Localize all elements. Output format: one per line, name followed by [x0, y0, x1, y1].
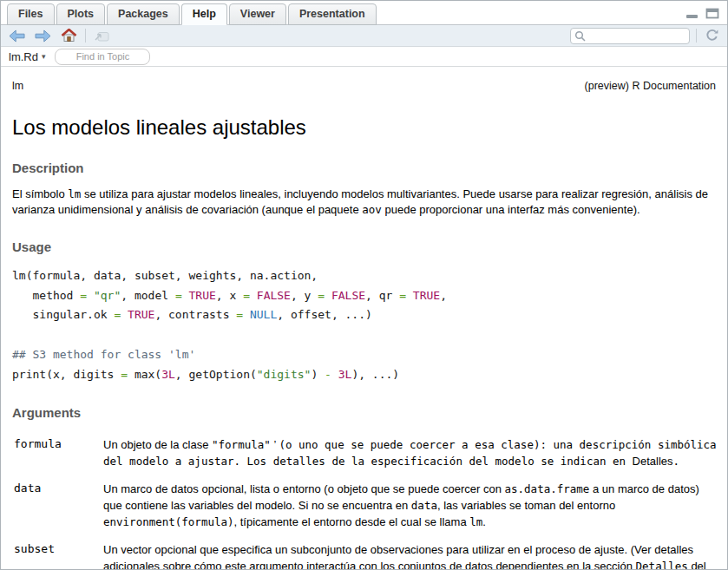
popout-button[interactable] — [92, 29, 112, 43]
help-toolbar — [1, 25, 727, 47]
usage-code-line: ## S3 method for class 'lm' — [12, 345, 716, 365]
topic-selector-label: lm.Rd — [9, 50, 38, 63]
search-input[interactable] — [570, 28, 690, 44]
tab-strip: FilesPlotsPackagesHelpViewerPresentation — [6, 1, 377, 24]
usage-heading: Usage — [12, 239, 716, 254]
tab-packages[interactable]: Packages — [107, 3, 180, 25]
description-paragraph: El símbolo lm se utiliza para ajustar mo… — [12, 187, 716, 219]
arguments-table: formulaUn objeto de la clase "formula" ’… — [14, 432, 718, 569]
help-content: lm (preview) R Documentation Los modelos… — [1, 67, 727, 569]
minimize-pane-button[interactable] — [685, 8, 699, 19]
page-title: Los modelos lineales ajustables — [12, 115, 716, 140]
description-heading: Description — [12, 161, 716, 175]
arguments-heading: Arguments — [12, 405, 716, 420]
help-search — [570, 27, 690, 44]
search-icon — [574, 29, 586, 45]
doc-topic-name: lm — [12, 80, 23, 92]
doc-meta-right: (preview) R Documentation — [585, 80, 716, 92]
argument-term: subset — [14, 537, 103, 569]
toolbar-separator — [85, 29, 86, 43]
usage-code-line: print(x, digits = max(3L, getOption("dig… — [12, 365, 716, 385]
home-button[interactable] — [59, 28, 79, 43]
topic-bar: lm.Rd ▾ — [1, 47, 727, 67]
tab-presentation[interactable]: Presentation — [288, 3, 377, 25]
maximize-pane-button[interactable] — [705, 7, 720, 19]
argument-description: Un vector opcional que especifica un sub… — [103, 537, 718, 569]
tab-viewer[interactable]: Viewer — [229, 3, 286, 25]
back-button[interactable] — [7, 29, 27, 43]
argument-row: dataUn marco de datos opcional, lista o … — [14, 476, 718, 537]
argument-row: formulaUn objeto de la clase "formula" ’… — [14, 432, 718, 476]
toolbar-right — [570, 27, 721, 44]
chevron-down-icon: ▾ — [42, 53, 46, 61]
tab-plots[interactable]: Plots — [56, 3, 106, 25]
argument-description: Un marco de datos opcional, lista o ento… — [103, 476, 718, 537]
topic-selector[interactable]: lm.Rd ▾ — [9, 50, 45, 63]
argument-term: data — [14, 476, 103, 537]
window-controls — [685, 7, 720, 19]
help-pane: FilesPlotsPackagesHelpViewerPresentation — [0, 0, 728, 570]
pane-tab-bar: FilesPlotsPackagesHelpViewerPresentation — [1, 1, 727, 25]
argument-row: subsetUn vector opcional que especifica … — [14, 537, 718, 569]
usage-code-line — [12, 325, 716, 345]
usage-code-line: singular.ok = TRUE, contrasts = NULL, of… — [12, 305, 716, 325]
usage-code-line: method = "qr", model = TRUE, x = FALSE, … — [12, 286, 716, 306]
argument-description: Un objeto de la clase "formula" ’ (o uno… — [103, 432, 718, 476]
find-in-topic-input[interactable] — [55, 49, 150, 65]
usage-code: lm(formula, data, subset, weights, na.ac… — [12, 266, 716, 385]
forward-button[interactable] — [33, 29, 53, 43]
doc-meta-row: lm (preview) R Documentation — [12, 80, 716, 92]
tab-help[interactable]: Help — [181, 3, 227, 25]
argument-term: formula — [14, 432, 103, 476]
toolbar-separator-2 — [696, 29, 697, 43]
tab-files[interactable]: Files — [7, 3, 55, 25]
refresh-button[interactable] — [703, 28, 721, 43]
usage-code-line: lm(formula, data, subset, weights, na.ac… — [12, 266, 716, 286]
